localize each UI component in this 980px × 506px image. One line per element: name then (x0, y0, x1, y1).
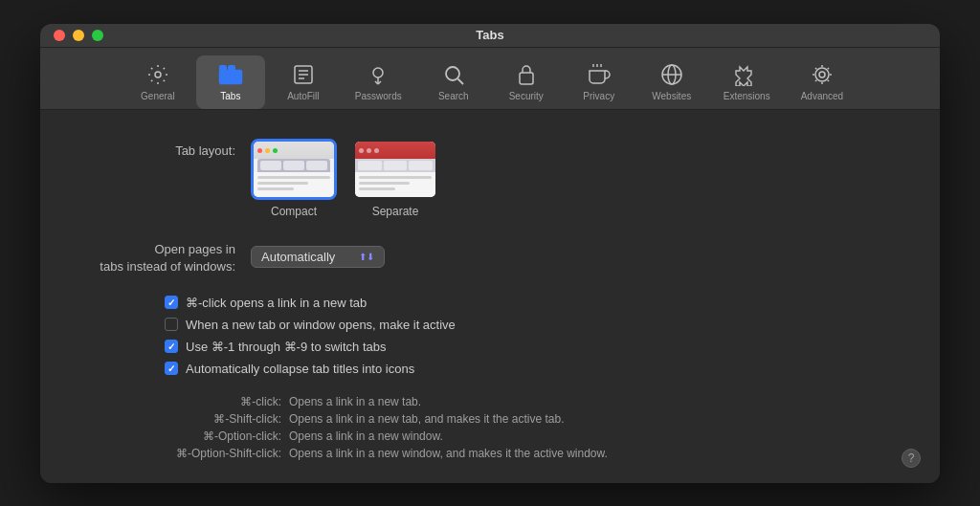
checkbox-row-0: ⌘-click opens a link in a new tab (78, 296, 902, 310)
svg-point-21 (819, 72, 825, 77)
auto-collapse-label: Automatically collapse tab titles into i… (186, 362, 414, 376)
svg-rect-3 (228, 65, 235, 72)
cmd-click-checkbox[interactable] (165, 296, 178, 309)
search-icon (440, 61, 467, 88)
shortcut-row-2: ⌘-Option-click: Opens a link in a new wi… (78, 429, 902, 443)
tabs-icon (217, 61, 244, 88)
separate-tab-3 (409, 161, 433, 170)
shortcut-key-2: ⌘-Option-click: (78, 429, 289, 443)
shortcut-desc-1: Opens a link in a new tab, and makes it … (289, 412, 565, 426)
separate-tab-2 (384, 161, 408, 170)
shortcuts-section: ⌘-click: Opens a link in a new tab. ⌘-Sh… (78, 395, 902, 460)
svg-rect-1 (219, 70, 242, 84)
tabs-label: Tabs (220, 91, 240, 101)
security-icon (513, 61, 540, 88)
compact-content (254, 172, 334, 197)
shortcut-desc-3: Opens a link in a new window, and makes … (289, 447, 608, 460)
compact-line-1 (257, 176, 330, 179)
new-tab-active-checkbox[interactable] (165, 318, 178, 331)
tab-general[interactable]: General (123, 55, 192, 109)
cmd-switch-checkbox[interactable] (165, 340, 178, 353)
tab-layout-row: Tab layout: (78, 139, 902, 218)
compact-line-2 (257, 182, 308, 185)
compact-option[interactable]: Compact (251, 139, 337, 218)
separate-tab-1 (358, 161, 382, 170)
compact-tab-1 (260, 161, 281, 170)
search-label: Search (438, 91, 469, 101)
autofill-label: AutoFill (287, 91, 319, 101)
shortcut-key-3: ⌘-Option-Shift-click: (78, 447, 289, 460)
tab-layout-label: Tab layout: (78, 139, 251, 160)
tab-layout-control: Compact (251, 139, 438, 218)
shortcut-row-1: ⌘-Shift-click: Opens a link in a new tab… (78, 412, 902, 426)
checkbox-row-3: Automatically collapse tab titles into i… (78, 362, 902, 376)
traffic-lights (54, 30, 103, 41)
shortcut-key-1: ⌘-Shift-click: (78, 412, 289, 426)
tab-layouts: Compact (251, 139, 438, 218)
shortcut-desc-0: Opens a link in a new tab. (289, 395, 421, 408)
compact-dot-red (257, 148, 262, 153)
help-button[interactable]: ? (902, 449, 921, 468)
open-pages-label: Open pages intabs instead of windows: (78, 237, 251, 275)
separate-line-2 (359, 182, 410, 185)
tab-tabs[interactable]: Tabs (196, 55, 265, 109)
compact-tab-3 (306, 161, 327, 170)
websites-label: Websites (652, 91, 691, 101)
preferences-window: Tabs General Tabs (40, 24, 940, 483)
maximize-button[interactable] (92, 30, 103, 41)
shortcut-desc-2: Opens a link in a new window. (289, 429, 443, 443)
separate-dot-1 (359, 148, 364, 153)
svg-point-22 (815, 68, 829, 81)
cmd-switch-label: Use ⌘-1 through ⌘-9 to switch tabs (186, 340, 387, 354)
general-label: General (141, 91, 175, 101)
svg-rect-2 (219, 65, 227, 72)
advanced-icon (809, 61, 835, 88)
passwords-label: Passwords (355, 91, 402, 101)
compact-thumb-inner (254, 142, 334, 197)
tab-privacy[interactable]: Privacy (565, 55, 634, 109)
separate-option[interactable]: Separate (352, 139, 438, 218)
new-tab-active-label: When a new tab or window opens, make it … (186, 318, 456, 332)
general-icon (145, 61, 171, 88)
svg-point-8 (373, 68, 383, 77)
tab-security[interactable]: Security (492, 55, 561, 109)
extensions-icon (733, 61, 760, 88)
separate-tab-row (355, 159, 435, 172)
shortcut-row-3: ⌘-Option-Shift-click: Opens a link in a … (78, 447, 902, 460)
window-title: Tabs (476, 28, 503, 42)
shortcut-row-0: ⌘-click: Opens a link in a new tab. (78, 395, 902, 408)
cmd-click-label: ⌘-click opens a link in a new tab (186, 296, 367, 310)
titlebar: Tabs (40, 24, 940, 49)
separate-dot-2 (367, 148, 371, 153)
checkboxes-section: ⌘-click opens a link in a new tab When a… (78, 296, 902, 376)
tab-autofill[interactable]: AutoFill (269, 55, 338, 109)
minimize-button[interactable] (73, 30, 84, 41)
separate-thumb-bar (355, 142, 435, 159)
open-pages-control: Automatically ⬆⬇ (251, 246, 385, 268)
compact-tab-row (257, 159, 330, 172)
svg-point-12 (446, 67, 459, 80)
compact-dot-green (273, 148, 278, 153)
automatically-dropdown[interactable]: Automatically ⬆⬇ (251, 246, 385, 268)
privacy-icon (586, 61, 612, 88)
separate-line-3 (359, 187, 395, 190)
tab-search[interactable]: Search (419, 55, 488, 109)
advanced-label: Advanced (801, 91, 843, 101)
dropdown-chevron-icon: ⬆⬇ (359, 252, 374, 262)
extensions-label: Extensions (724, 91, 770, 101)
checkbox-row-1: When a new tab or window opens, make it … (78, 318, 902, 332)
svg-rect-14 (520, 73, 533, 84)
close-button[interactable] (54, 30, 65, 41)
separate-label: Separate (372, 205, 419, 218)
checkbox-row-2: Use ⌘-1 through ⌘-9 to switch tabs (78, 340, 902, 354)
tab-extensions[interactable]: Extensions (710, 55, 784, 109)
separate-thumbnail (352, 139, 438, 200)
tab-passwords[interactable]: Passwords (342, 55, 415, 109)
compact-tab-2 (283, 161, 304, 170)
compact-thumb-bar (254, 142, 334, 159)
separate-thumb-inner (355, 142, 435, 197)
websites-icon (658, 61, 685, 88)
tab-websites[interactable]: Websites (637, 55, 706, 109)
tab-advanced[interactable]: Advanced (788, 55, 857, 109)
auto-collapse-checkbox[interactable] (165, 362, 178, 375)
